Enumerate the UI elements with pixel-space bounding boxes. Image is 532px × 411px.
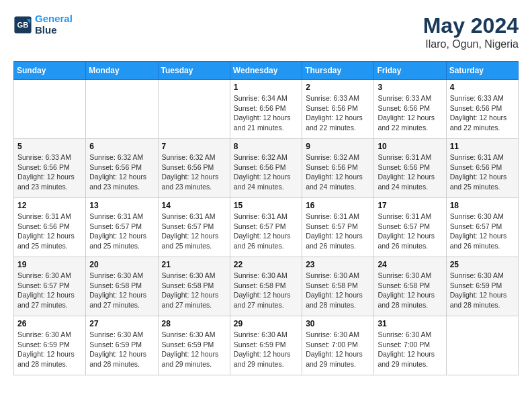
calendar-cell: 31Sunrise: 6:30 AM Sunset: 7:00 PM Dayli…	[374, 316, 446, 375]
day-info: Sunrise: 6:31 AM Sunset: 6:57 PM Dayligh…	[306, 212, 370, 251]
calendar-cell: 18Sunrise: 6:30 AM Sunset: 6:57 PM Dayli…	[446, 198, 518, 257]
day-info: Sunrise: 6:32 AM Sunset: 6:56 PM Dayligh…	[306, 152, 370, 192]
day-number: 25	[450, 260, 515, 269]
calendar-cell: 8Sunrise: 6:32 AM Sunset: 6:56 PM Daylig…	[230, 139, 302, 198]
day-info: Sunrise: 6:30 AM Sunset: 6:58 PM Dayligh…	[162, 271, 226, 310]
weekday-header-tuesday: Tuesday	[158, 62, 230, 80]
day-number: 15	[234, 201, 298, 210]
page-header: GB General Blue May 2024 Ilaro, Ogun, Ni…	[13, 13, 519, 50]
calendar-cell: 23Sunrise: 6:30 AM Sunset: 6:58 PM Dayli…	[302, 257, 374, 316]
location-subtitle: Ilaro, Ogun, Nigeria	[423, 38, 519, 50]
day-number: 3	[378, 83, 442, 92]
day-info: Sunrise: 6:31 AM Sunset: 6:56 PM Dayligh…	[378, 152, 442, 192]
calendar-cell: 3Sunrise: 6:33 AM Sunset: 6:56 PM Daylig…	[374, 80, 446, 139]
calendar-week-3: 12Sunrise: 6:31 AM Sunset: 6:56 PM Dayli…	[14, 198, 519, 257]
title-block: May 2024 Ilaro, Ogun, Nigeria	[423, 13, 519, 50]
calendar-cell: 14Sunrise: 6:31 AM Sunset: 6:57 PM Dayli…	[158, 198, 230, 257]
calendar-cell: 17Sunrise: 6:31 AM Sunset: 6:57 PM Dayli…	[374, 198, 446, 257]
day-info: Sunrise: 6:31 AM Sunset: 6:56 PM Dayligh…	[450, 152, 515, 192]
day-info: Sunrise: 6:30 AM Sunset: 6:58 PM Dayligh…	[234, 271, 298, 310]
weekday-header-row: SundayMondayTuesdayWednesdayThursdayFrid…	[14, 62, 519, 80]
day-number: 14	[162, 201, 226, 210]
calendar-cell: 21Sunrise: 6:30 AM Sunset: 6:58 PM Dayli…	[158, 257, 230, 316]
weekday-header-saturday: Saturday	[446, 62, 518, 80]
day-info: Sunrise: 6:30 AM Sunset: 6:57 PM Dayligh…	[17, 271, 82, 310]
day-number: 16	[306, 201, 370, 210]
day-number: 23	[306, 260, 370, 269]
day-info: Sunrise: 6:30 AM Sunset: 6:59 PM Dayligh…	[234, 330, 298, 369]
calendar-cell: 4Sunrise: 6:33 AM Sunset: 6:56 PM Daylig…	[446, 80, 518, 139]
calendar-cell: 28Sunrise: 6:30 AM Sunset: 6:59 PM Dayli…	[158, 316, 230, 375]
logo-icon: GB	[13, 15, 32, 34]
day-number: 22	[234, 260, 298, 269]
calendar-cell: 11Sunrise: 6:31 AM Sunset: 6:56 PM Dayli…	[446, 139, 518, 198]
calendar-cell	[14, 80, 86, 139]
day-number: 31	[378, 319, 442, 328]
day-number: 29	[234, 319, 298, 328]
day-info: Sunrise: 6:34 AM Sunset: 6:56 PM Dayligh…	[234, 93, 298, 133]
calendar-table: SundayMondayTuesdayWednesdayThursdayFrid…	[13, 61, 519, 375]
day-number: 7	[162, 142, 226, 151]
weekday-header-thursday: Thursday	[302, 62, 374, 80]
day-info: Sunrise: 6:33 AM Sunset: 6:56 PM Dayligh…	[17, 152, 82, 192]
day-number: 6	[89, 142, 154, 151]
day-info: Sunrise: 6:30 AM Sunset: 6:58 PM Dayligh…	[378, 271, 442, 310]
day-info: Sunrise: 6:31 AM Sunset: 6:56 PM Dayligh…	[17, 212, 82, 251]
calendar-week-2: 5Sunrise: 6:33 AM Sunset: 6:56 PM Daylig…	[14, 139, 519, 198]
day-info: Sunrise: 6:31 AM Sunset: 6:57 PM Dayligh…	[162, 212, 226, 251]
weekday-header-sunday: Sunday	[14, 62, 86, 80]
calendar-cell: 15Sunrise: 6:31 AM Sunset: 6:57 PM Dayli…	[230, 198, 302, 257]
calendar-cell: 24Sunrise: 6:30 AM Sunset: 6:58 PM Dayli…	[374, 257, 446, 316]
day-number: 20	[89, 260, 154, 269]
calendar-week-1: 1Sunrise: 6:34 AM Sunset: 6:56 PM Daylig…	[14, 80, 519, 139]
day-info: Sunrise: 6:30 AM Sunset: 7:00 PM Dayligh…	[306, 330, 370, 369]
day-info: Sunrise: 6:33 AM Sunset: 6:56 PM Dayligh…	[378, 93, 442, 133]
calendar-cell: 22Sunrise: 6:30 AM Sunset: 6:58 PM Dayli…	[230, 257, 302, 316]
day-number: 26	[17, 319, 82, 328]
calendar-cell: 26Sunrise: 6:30 AM Sunset: 6:59 PM Dayli…	[14, 316, 86, 375]
day-info: Sunrise: 6:30 AM Sunset: 7:00 PM Dayligh…	[378, 330, 442, 369]
weekday-header-wednesday: Wednesday	[230, 62, 302, 80]
calendar-cell: 25Sunrise: 6:30 AM Sunset: 6:59 PM Dayli…	[446, 257, 518, 316]
day-info: Sunrise: 6:31 AM Sunset: 6:57 PM Dayligh…	[89, 212, 154, 251]
day-info: Sunrise: 6:31 AM Sunset: 6:57 PM Dayligh…	[234, 212, 298, 251]
calendar-cell: 12Sunrise: 6:31 AM Sunset: 6:56 PM Dayli…	[14, 198, 86, 257]
logo-text-line2: Blue	[35, 25, 73, 36]
calendar-cell: 16Sunrise: 6:31 AM Sunset: 6:57 PM Dayli…	[302, 198, 374, 257]
calendar-cell: 9Sunrise: 6:32 AM Sunset: 6:56 PM Daylig…	[302, 139, 374, 198]
weekday-header-monday: Monday	[86, 62, 158, 80]
day-number: 5	[17, 142, 82, 151]
calendar-cell: 27Sunrise: 6:30 AM Sunset: 6:59 PM Dayli…	[86, 316, 158, 375]
day-number: 12	[17, 201, 82, 210]
calendar-cell	[86, 80, 158, 139]
day-number: 19	[17, 260, 82, 269]
day-number: 13	[89, 201, 154, 210]
day-info: Sunrise: 6:30 AM Sunset: 6:59 PM Dayligh…	[17, 330, 82, 369]
day-number: 27	[89, 319, 154, 328]
day-info: Sunrise: 6:32 AM Sunset: 6:56 PM Dayligh…	[89, 152, 154, 192]
calendar-cell: 1Sunrise: 6:34 AM Sunset: 6:56 PM Daylig…	[230, 80, 302, 139]
day-number: 30	[306, 319, 370, 328]
svg-text:GB: GB	[17, 21, 29, 29]
day-number: 17	[378, 201, 442, 210]
calendar-cell: 7Sunrise: 6:32 AM Sunset: 6:56 PM Daylig…	[158, 139, 230, 198]
day-number: 11	[450, 142, 515, 151]
logo-text-line1: General	[35, 13, 73, 25]
day-number: 21	[162, 260, 226, 269]
calendar-week-5: 26Sunrise: 6:30 AM Sunset: 6:59 PM Dayli…	[14, 316, 519, 375]
day-info: Sunrise: 6:33 AM Sunset: 6:56 PM Dayligh…	[306, 93, 370, 133]
day-number: 8	[234, 142, 298, 151]
weekday-header-friday: Friday	[374, 62, 446, 80]
calendar-body: 1Sunrise: 6:34 AM Sunset: 6:56 PM Daylig…	[14, 80, 519, 375]
day-info: Sunrise: 6:30 AM Sunset: 6:59 PM Dayligh…	[89, 330, 154, 369]
day-info: Sunrise: 6:30 AM Sunset: 6:59 PM Dayligh…	[162, 330, 226, 369]
day-info: Sunrise: 6:32 AM Sunset: 6:56 PM Dayligh…	[234, 152, 298, 192]
calendar-cell: 20Sunrise: 6:30 AM Sunset: 6:58 PM Dayli…	[86, 257, 158, 316]
calendar-cell: 13Sunrise: 6:31 AM Sunset: 6:57 PM Dayli…	[86, 198, 158, 257]
calendar-cell: 19Sunrise: 6:30 AM Sunset: 6:57 PM Dayli…	[14, 257, 86, 316]
day-number: 18	[450, 201, 515, 210]
calendar-week-4: 19Sunrise: 6:30 AM Sunset: 6:57 PM Dayli…	[14, 257, 519, 316]
day-info: Sunrise: 6:33 AM Sunset: 6:56 PM Dayligh…	[450, 93, 515, 133]
day-info: Sunrise: 6:30 AM Sunset: 6:58 PM Dayligh…	[306, 271, 370, 310]
day-info: Sunrise: 6:30 AM Sunset: 6:59 PM Dayligh…	[450, 271, 515, 310]
